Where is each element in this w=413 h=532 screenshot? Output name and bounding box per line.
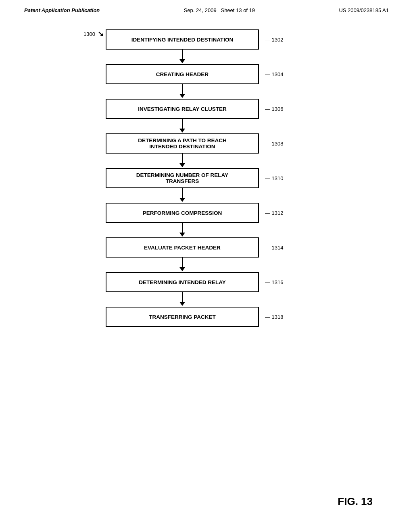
arrow-line: [182, 258, 183, 268]
step-number-1308: — 1308: [265, 141, 284, 147]
header-center: Sep. 24, 2009 Sheet 13 of 19: [184, 7, 255, 13]
step-number-1316: — 1316: [265, 279, 284, 285]
step-row: DETERMINING INTENDED RELAY— 1316: [106, 272, 332, 292]
step-row: DETERMINING NUMBER OF RELAY TRANSFERS— 1…: [106, 168, 332, 188]
arrow-head: [179, 267, 185, 271]
step-number-1318: — 1318: [265, 314, 284, 320]
arrow-connector: [106, 292, 259, 307]
diagram-area: 1300 ↘ IDENTIFYING INTENDED DESTINATION—…: [0, 29, 413, 327]
arrow-connector: [106, 223, 259, 237]
step-row: IDENTIFYING INTENDED DESTINATION— 1302: [106, 29, 332, 50]
step-number-1314: — 1314: [265, 245, 284, 251]
step-row: PERFORMING COMPRESSION— 1312: [106, 203, 332, 223]
arrow-head: [179, 302, 185, 306]
arrow-connector: [106, 50, 259, 64]
step-box-1318: TRANSFERRING PACKET: [106, 307, 259, 327]
fig-label: FIG. 13: [338, 495, 373, 508]
step-box-1312: PERFORMING COMPRESSION: [106, 203, 259, 223]
arrow-head: [179, 94, 185, 98]
page-header: Patent Application Publication Sep. 24, …: [0, 0, 413, 13]
step-box-1308: DETERMINING A PATH TO REACH INTENDED DES…: [106, 133, 259, 154]
arrow-line: [182, 188, 183, 199]
arrow-line: [182, 50, 183, 60]
arrow-line: [182, 223, 183, 233]
arrow-head: [179, 59, 185, 63]
step-row: INVESTIGATING RELAY CLUSTER— 1306: [106, 99, 332, 119]
step-box-1302: IDENTIFYING INTENDED DESTINATION: [106, 29, 259, 50]
step-number-1304: — 1304: [265, 71, 284, 77]
arrow-line: [182, 119, 183, 129]
step-number-1312: — 1312: [265, 210, 284, 216]
header-left: Patent Application Publication: [24, 7, 100, 13]
step-number-1306: — 1306: [265, 106, 284, 112]
step-row: DETERMINING A PATH TO REACH INTENDED DES…: [106, 133, 332, 154]
step-box-1304: CREATING HEADER: [106, 64, 259, 84]
step-row: TRANSFERRING PACKET— 1318: [106, 307, 332, 327]
root-label: 1300 ↘: [83, 29, 104, 38]
arrow-connector: [106, 119, 259, 133]
step-number-1302: — 1302: [265, 37, 284, 43]
arrow-connector: [106, 258, 259, 272]
arrow-head: [179, 198, 185, 202]
flowchart: 1300 ↘ IDENTIFYING INTENDED DESTINATION—…: [106, 29, 332, 327]
arrow-head: [179, 163, 185, 167]
root-arrow: ↘: [98, 29, 104, 38]
step-number-1310: — 1310: [265, 175, 284, 181]
header-right: US 2009/0238185 A1: [339, 7, 389, 13]
arrow-connector: [106, 188, 259, 203]
step-box-1314: EVALUATE PACKET HEADER: [106, 237, 259, 258]
step-row: EVALUATE PACKET HEADER— 1314: [106, 237, 332, 258]
arrow-line: [182, 84, 183, 95]
arrow-connector: [106, 84, 259, 99]
step-row: CREATING HEADER— 1304: [106, 64, 332, 84]
step-box-1316: DETERMINING INTENDED RELAY: [106, 272, 259, 292]
step-box-1310: DETERMINING NUMBER OF RELAY TRANSFERS: [106, 168, 259, 188]
arrow-head: [179, 129, 185, 133]
arrow-line: [182, 292, 183, 303]
step-box-1306: INVESTIGATING RELAY CLUSTER: [106, 99, 259, 119]
arrow-line: [182, 154, 183, 164]
arrow-head: [179, 233, 185, 237]
arrow-connector: [106, 154, 259, 168]
